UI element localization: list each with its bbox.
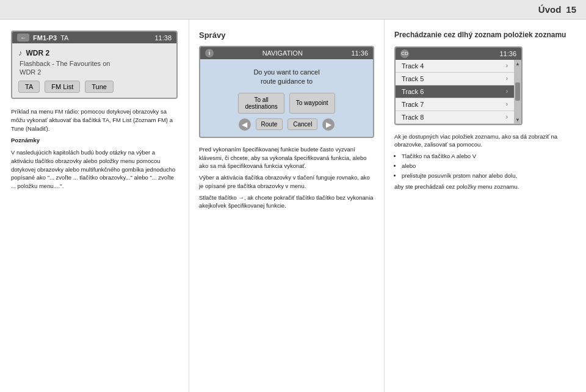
middle-column: Správy i NAVIGATION 11:36 Do you want to… xyxy=(189,20,385,392)
fm-list-button[interactable]: FM List xyxy=(45,81,80,93)
track8-label: Track 8 xyxy=(402,114,424,121)
radio-header-left: ← FM1-P3 TA xyxy=(17,34,68,42)
radio-station: FM1-P3 xyxy=(33,34,57,42)
track7-arrow: › xyxy=(506,101,508,107)
list-item[interactable]: Track 4 › xyxy=(396,60,514,73)
radio-header: ← FM1-P3 TA 11:38 xyxy=(12,32,176,43)
radio-buttons: TA FM List Tune xyxy=(18,81,170,93)
right-list: Tlačítko na tlačítko A alebo V alebo pre… xyxy=(402,152,576,180)
nav-bottom-buttons: ◀ Route Cancel ▶ xyxy=(239,118,335,131)
middle-paragraph2: Výber a aktivácia tlačítka obrazovky v t… xyxy=(199,173,374,191)
radio-subtitle2: WDR 2 xyxy=(18,68,170,76)
radio-time: 11:38 xyxy=(154,34,172,42)
left-note-label: Poznámky xyxy=(11,136,178,145)
cd-tracks-list: Track 4 › Track 5 › Track 6 › Track 7 › xyxy=(396,60,514,124)
nav-header: i NAVIGATION 11:36 xyxy=(200,47,373,59)
main-content: ← FM1-P3 TA 11:38 ♪ WDR 2 Flashback - Th… xyxy=(0,20,586,392)
right-list-item1: Tlačítko na tlačítko A alebo V xyxy=(402,152,576,161)
right-paragraph1: Ak je dostupných viac položiek zoznamu, … xyxy=(394,132,576,150)
tune-button[interactable]: Tune xyxy=(85,81,114,93)
cd-screen: CD 11:36 Track 4 › Track 5 › Track 6 xyxy=(394,46,523,125)
nav-question-line1: Do you want to cancel xyxy=(253,68,319,76)
track8-arrow: › xyxy=(506,114,508,120)
right-list-item2: alebo xyxy=(402,162,576,170)
cd-icon: CD xyxy=(400,49,409,58)
right-paragraph2: aby ste prechádzali cez položky menu zoz… xyxy=(394,183,576,191)
nav-time: 11:36 xyxy=(351,49,368,57)
track6-label: Track 6 xyxy=(402,88,424,95)
middle-title: Správy xyxy=(199,31,374,40)
ta-button[interactable]: TA xyxy=(18,81,40,93)
track7-label: Track 7 xyxy=(402,101,424,108)
nav-right-arrow[interactable]: ▶ xyxy=(322,118,335,131)
list-item[interactable]: Track 5 › xyxy=(396,73,514,85)
nav-body: Do you want to cancel route guidance to … xyxy=(200,59,373,137)
scroll-up-icon[interactable]: ▲ xyxy=(515,61,520,67)
nav-info-icon: i xyxy=(205,49,214,57)
scroll-thumb[interactable] xyxy=(515,82,520,101)
cd-header: CD 11:36 xyxy=(396,48,521,60)
left-text: Príklad na menu FM rádio: pomocou dotyko… xyxy=(11,107,178,194)
track5-label: Track 5 xyxy=(402,75,424,82)
nav-question: Do you want to cancel route guidance to xyxy=(253,68,319,87)
nav-waypoint-button[interactable]: To waypoint xyxy=(289,93,335,114)
left-column: ← FM1-P3 TA 11:38 ♪ WDR 2 Flashback - Th… xyxy=(0,20,189,392)
nav-question-line2: route guidance to xyxy=(261,78,313,85)
list-item[interactable]: Track 7 › xyxy=(396,98,514,111)
right-title: Prechádzanie cez dlhý zoznam položiek zo… xyxy=(394,31,576,40)
middle-text: Pred vykonaním špecifikovanej funkcie bu… xyxy=(199,145,374,213)
nav-route-button[interactable]: Route xyxy=(256,118,283,130)
radio-back-button[interactable]: ← xyxy=(17,34,29,42)
track4-label: Track 4 xyxy=(402,62,424,70)
cd-time: 11:36 xyxy=(499,50,516,57)
middle-paragraph3: Stlačte tlačítko →, ak chcete pokračiť t… xyxy=(199,194,374,211)
nav-left-arrow[interactable]: ◀ xyxy=(239,118,251,131)
left-note-body: V nasledujúcich kapitolách budú body otá… xyxy=(11,148,178,191)
nav-screen: i NAVIGATION 11:36 Do you want to cancel… xyxy=(199,46,374,138)
list-item[interactable]: Track 6 › xyxy=(396,85,514,98)
right-list-item3: prelistujte posuvník prstom nahor alebo … xyxy=(402,172,576,180)
cd-tracks-container: Track 4 › Track 5 › Track 6 › Track 7 › xyxy=(396,60,521,124)
nav-cancel-button[interactable]: Cancel xyxy=(288,118,317,130)
radio-ta: TA xyxy=(60,34,68,42)
track5-arrow: › xyxy=(506,75,508,82)
left-paragraph1: Príklad na menu FM rádio: pomocou dotyko… xyxy=(11,107,178,132)
radio-body: ♪ WDR 2 Flashback - The Favourites on WD… xyxy=(12,43,176,98)
track4-arrow: › xyxy=(506,62,508,69)
list-item[interactable]: Track 8 › xyxy=(396,111,514,124)
nav-label: NAVIGATION xyxy=(262,49,303,57)
music-note-icon: ♪ xyxy=(18,48,23,57)
radio-subtitle1: Flashback - The Favourites on xyxy=(18,60,170,67)
right-text: Ak je dostupných viac položiek zoznamu, … xyxy=(394,132,576,195)
nav-action-buttons: To alldestinations To waypoint xyxy=(238,93,335,114)
nav-destinations-button[interactable]: To alldestinations xyxy=(238,93,284,114)
scroll-down-icon[interactable]: ▼ xyxy=(515,117,520,123)
header-page: 15 xyxy=(566,4,576,15)
radio-song-title: WDR 2 xyxy=(26,49,50,57)
radio-screen: ← FM1-P3 TA 11:38 ♪ WDR 2 Flashback - Th… xyxy=(11,31,178,99)
header-title: Úvod xyxy=(538,4,562,15)
radio-song-line: ♪ WDR 2 xyxy=(18,48,170,57)
middle-paragraph1: Pred vykonaním špecifikovanej funkcie bu… xyxy=(199,145,374,170)
page-header: Úvod 15 xyxy=(0,0,586,20)
track6-arrow: › xyxy=(506,88,508,95)
cd-scrollbar[interactable]: ▲ ▼ xyxy=(514,60,521,124)
right-column: Prechádzanie cez dlhý zoznam položiek zo… xyxy=(385,20,586,392)
